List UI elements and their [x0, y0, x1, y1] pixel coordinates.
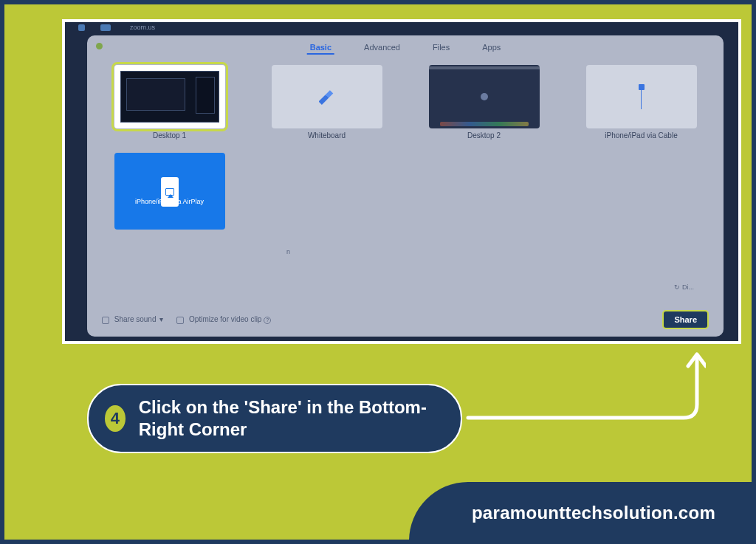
source-label: iPhone/iPad via AirPlay — [135, 198, 204, 205]
share-button[interactable]: Share — [662, 310, 709, 329]
iphone-cable-thumbnail — [586, 65, 697, 128]
menubar-app-indicator — [100, 24, 111, 31]
airplay-thumbnail: iPhone/iPad via AirPlay — [114, 153, 225, 230]
desktop-1-thumbnail — [114, 65, 225, 128]
tab-advanced[interactable]: Advanced — [361, 41, 403, 55]
whiteboard-thumbnail — [272, 65, 382, 128]
instruction-callout: 4 Click on the 'Share' in the Bottom-Rig… — [87, 384, 462, 453]
window-traffic-lights[interactable] — [96, 43, 103, 49]
desktop-2-thumbnail — [429, 65, 540, 128]
source-iphone-cable[interactable]: iPhone/iPad via Cable — [574, 65, 709, 140]
share-screen-dialog: Basic Advanced Files Apps Desktop 1 — [87, 35, 724, 337]
source-label: iPhone/iPad via Cable — [605, 131, 677, 140]
source-label: Whiteboard — [308, 131, 346, 140]
brand-footer: paramounttechsolution.com — [409, 482, 756, 544]
optimize-label: Optimize for video clip — [189, 315, 261, 323]
share-sources-grid: Desktop 1 Whiteboard Desktop 2 — [102, 65, 709, 230]
info-icon: ? — [264, 317, 271, 324]
pencil-icon — [319, 89, 335, 105]
checkbox-icon — [102, 317, 109, 324]
refresh-hint: ↻ Di... — [674, 283, 694, 291]
cable-icon — [639, 84, 645, 109]
source-desktop-1[interactable]: Desktop 1 — [102, 65, 237, 140]
desktop-background: zoom.us Basic Advanced Files Apps D — [65, 22, 738, 341]
step-number-badge: 4 — [105, 405, 126, 432]
optimize-video-option[interactable]: Optimize for video clip ? — [176, 315, 271, 324]
tab-files[interactable]: Files — [430, 41, 453, 55]
source-label: Desktop 2 — [467, 131, 501, 140]
annotation-arrow — [462, 344, 706, 425]
dialog-footer: Share sound ▾ Optimize for video clip ? … — [102, 310, 709, 329]
menubar-app-name: zoom.us — [130, 24, 155, 31]
screenshot-frame: zoom.us Basic Advanced Files Apps D — [62, 19, 741, 344]
checkbox-icon — [176, 317, 184, 324]
share-sound-label: Share sound — [114, 315, 157, 323]
share-sound-option[interactable]: Share sound ▾ — [102, 315, 163, 323]
menubar-apple-icon — [78, 24, 85, 31]
stray-text: n — [286, 248, 290, 255]
brand-url: paramounttechsolution.com — [472, 503, 715, 523]
chevron-down-icon: ▾ — [159, 315, 163, 323]
traffic-light-icon — [96, 43, 103, 49]
tab-apps[interactable]: Apps — [479, 41, 504, 55]
source-label: Desktop 1 — [153, 131, 186, 140]
airplay-icon — [165, 188, 174, 196]
source-iphone-airplay[interactable]: iPhone/iPad via AirPlay — [102, 153, 237, 230]
source-desktop-2[interactable]: Desktop 2 — [416, 65, 551, 140]
instruction-text: Click on the 'Share' in the Bottom-Right… — [139, 396, 444, 441]
source-whiteboard[interactable]: Whiteboard — [259, 65, 394, 140]
share-mode-tabs: Basic Advanced Files Apps — [307, 41, 504, 55]
tab-basic[interactable]: Basic — [307, 41, 334, 55]
